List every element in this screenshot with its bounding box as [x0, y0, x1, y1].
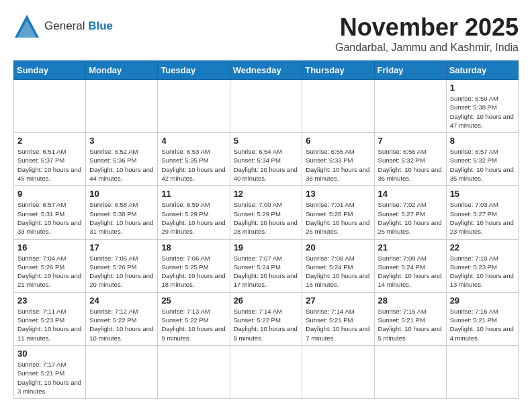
calendar-cell: 17Sunrise: 7:05 AM Sunset: 5:26 PM Dayli…	[86, 239, 158, 292]
calendar-cell: 21Sunrise: 7:09 AM Sunset: 5:24 PM Dayli…	[374, 239, 446, 292]
day-info: Sunrise: 6:52 AM Sunset: 5:36 PM Dayligh…	[89, 147, 154, 183]
calendar-cell: 1Sunrise: 6:50 AM Sunset: 5:38 PM Daylig…	[446, 80, 518, 133]
day-number: 17	[89, 242, 154, 253]
calendar-cell	[86, 345, 158, 398]
calendar-week-row: 2Sunrise: 6:51 AM Sunset: 5:37 PM Daylig…	[14, 133, 519, 186]
day-number: 29	[450, 295, 515, 306]
day-info: Sunrise: 6:56 AM Sunset: 5:32 PM Dayligh…	[378, 147, 443, 183]
day-number: 13	[306, 189, 370, 199]
calendar-cell	[158, 345, 230, 398]
day-number: 8	[450, 136, 515, 146]
day-number: 25	[161, 295, 226, 306]
calendar-cell	[14, 80, 86, 133]
calendar-cell: 26Sunrise: 7:14 AM Sunset: 5:22 PM Dayli…	[230, 292, 302, 345]
day-number: 30	[17, 349, 82, 359]
calendar-cell: 7Sunrise: 6:56 AM Sunset: 5:32 PM Daylig…	[374, 133, 446, 186]
day-info: Sunrise: 7:11 AM Sunset: 5:23 PM Dayligh…	[17, 307, 82, 342]
day-number: 1	[450, 83, 515, 93]
calendar-cell: 10Sunrise: 6:58 AM Sunset: 5:30 PM Dayli…	[86, 186, 158, 239]
day-info: Sunrise: 7:05 AM Sunset: 5:26 PM Dayligh…	[89, 254, 154, 289]
day-info: Sunrise: 7:10 AM Sunset: 5:23 PM Dayligh…	[450, 254, 515, 289]
day-info: Sunrise: 7:14 AM Sunset: 5:22 PM Dayligh…	[234, 307, 299, 342]
day-number: 28	[378, 295, 443, 306]
day-info: Sunrise: 7:15 AM Sunset: 5:21 PM Dayligh…	[378, 307, 443, 342]
day-info: Sunrise: 6:57 AM Sunset: 5:31 PM Dayligh…	[17, 200, 82, 236]
location-subtitle: Gandarbal, Jammu and Kashmir, India	[335, 42, 519, 54]
day-info: Sunrise: 6:53 AM Sunset: 5:35 PM Dayligh…	[161, 147, 226, 183]
day-number: 24	[89, 295, 154, 306]
calendar-cell: 11Sunrise: 6:59 AM Sunset: 5:29 PM Dayli…	[158, 186, 230, 239]
calendar-table: SundayMondayTuesdayWednesdayThursdayFrid…	[13, 60, 519, 399]
calendar-cell: 19Sunrise: 7:07 AM Sunset: 5:24 PM Dayli…	[230, 239, 302, 292]
calendar-cell: 20Sunrise: 7:08 AM Sunset: 5:24 PM Dayli…	[302, 239, 374, 292]
calendar-cell: 22Sunrise: 7:10 AM Sunset: 5:23 PM Dayli…	[446, 239, 518, 292]
calendar-cell: 9Sunrise: 6:57 AM Sunset: 5:31 PM Daylig…	[14, 186, 86, 239]
day-info: Sunrise: 7:07 AM Sunset: 5:24 PM Dayligh…	[234, 254, 299, 289]
day-number: 20	[306, 242, 370, 253]
day-info: Sunrise: 7:17 AM Sunset: 5:21 PM Dayligh…	[17, 360, 82, 396]
calendar-cell	[302, 80, 374, 133]
calendar-cell: 4Sunrise: 6:53 AM Sunset: 5:35 PM Daylig…	[158, 133, 230, 186]
day-info: Sunrise: 7:04 AM Sunset: 5:26 PM Dayligh…	[17, 254, 82, 289]
day-info: Sunrise: 6:59 AM Sunset: 5:29 PM Dayligh…	[161, 200, 226, 236]
calendar-cell	[230, 345, 302, 398]
calendar-cell	[446, 345, 518, 398]
calendar-cell: 24Sunrise: 7:12 AM Sunset: 5:22 PM Dayli…	[86, 292, 158, 345]
day-number: 7	[378, 136, 443, 146]
calendar-cell	[158, 80, 230, 133]
day-number: 15	[450, 189, 515, 199]
calendar-week-row: 30Sunrise: 7:17 AM Sunset: 5:21 PM Dayli…	[14, 345, 519, 398]
calendar-cell: 14Sunrise: 7:02 AM Sunset: 5:27 PM Dayli…	[374, 186, 446, 239]
day-info: Sunrise: 7:09 AM Sunset: 5:24 PM Dayligh…	[378, 254, 443, 289]
calendar-week-row: 1Sunrise: 6:50 AM Sunset: 5:38 PM Daylig…	[14, 80, 519, 133]
day-info: Sunrise: 6:50 AM Sunset: 5:38 PM Dayligh…	[450, 94, 515, 130]
weekday-header-tuesday: Tuesday	[158, 61, 230, 80]
day-info: Sunrise: 7:03 AM Sunset: 5:27 PM Dayligh…	[450, 200, 515, 236]
calendar-week-row: 16Sunrise: 7:04 AM Sunset: 5:26 PM Dayli…	[14, 239, 519, 292]
day-number: 16	[17, 242, 82, 253]
calendar-week-row: 23Sunrise: 7:11 AM Sunset: 5:23 PM Dayli…	[14, 292, 519, 345]
logo-text: General Blue	[44, 19, 113, 33]
day-info: Sunrise: 7:08 AM Sunset: 5:24 PM Dayligh…	[306, 254, 370, 289]
day-number: 21	[378, 242, 443, 253]
title-area: November 2025 Gandarbal, Jammu and Kashm…	[335, 13, 519, 54]
day-info: Sunrise: 7:02 AM Sunset: 5:27 PM Dayligh…	[378, 200, 443, 236]
day-info: Sunrise: 7:14 AM Sunset: 5:21 PM Dayligh…	[306, 307, 370, 342]
day-number: 12	[234, 189, 299, 199]
day-number: 14	[378, 189, 443, 199]
weekday-header-thursday: Thursday	[302, 61, 374, 80]
calendar-cell	[374, 345, 446, 398]
day-number: 23	[17, 295, 82, 306]
day-number: 2	[17, 136, 82, 146]
calendar-cell: 13Sunrise: 7:01 AM Sunset: 5:28 PM Dayli…	[302, 186, 374, 239]
weekday-header-saturday: Saturday	[446, 61, 518, 80]
day-number: 27	[306, 295, 370, 306]
weekday-header-friday: Friday	[374, 61, 446, 80]
day-number: 18	[161, 242, 226, 253]
day-info: Sunrise: 7:12 AM Sunset: 5:22 PM Dayligh…	[89, 307, 154, 342]
weekday-header-row: SundayMondayTuesdayWednesdayThursdayFrid…	[14, 61, 519, 80]
month-title: November 2025	[335, 13, 519, 42]
day-number: 3	[89, 136, 154, 146]
day-info: Sunrise: 7:01 AM Sunset: 5:28 PM Dayligh…	[306, 200, 370, 236]
day-number: 19	[234, 242, 299, 253]
day-info: Sunrise: 7:06 AM Sunset: 5:25 PM Dayligh…	[161, 254, 226, 289]
calendar-cell: 3Sunrise: 6:52 AM Sunset: 5:36 PM Daylig…	[86, 133, 158, 186]
logo-icon	[13, 13, 40, 39]
day-number: 22	[450, 242, 515, 253]
calendar-cell: 12Sunrise: 7:00 AM Sunset: 5:29 PM Dayli…	[230, 186, 302, 239]
calendar-cell: 30Sunrise: 7:17 AM Sunset: 5:21 PM Dayli…	[14, 345, 86, 398]
calendar-week-row: 9Sunrise: 6:57 AM Sunset: 5:31 PM Daylig…	[14, 186, 519, 239]
day-info: Sunrise: 6:58 AM Sunset: 5:30 PM Dayligh…	[89, 200, 154, 236]
calendar-cell: 6Sunrise: 6:55 AM Sunset: 5:33 PM Daylig…	[302, 133, 374, 186]
day-info: Sunrise: 6:55 AM Sunset: 5:33 PM Dayligh…	[306, 147, 370, 183]
calendar-cell: 28Sunrise: 7:15 AM Sunset: 5:21 PM Dayli…	[374, 292, 446, 345]
day-info: Sunrise: 6:54 AM Sunset: 5:34 PM Dayligh…	[234, 147, 299, 183]
day-info: Sunrise: 6:51 AM Sunset: 5:37 PM Dayligh…	[17, 147, 82, 183]
day-number: 4	[161, 136, 226, 146]
calendar-cell: 23Sunrise: 7:11 AM Sunset: 5:23 PM Dayli…	[14, 292, 86, 345]
calendar-cell	[374, 80, 446, 133]
day-number: 5	[234, 136, 299, 146]
logo: General Blue	[13, 13, 113, 39]
calendar-cell: 29Sunrise: 7:16 AM Sunset: 5:21 PM Dayli…	[446, 292, 518, 345]
